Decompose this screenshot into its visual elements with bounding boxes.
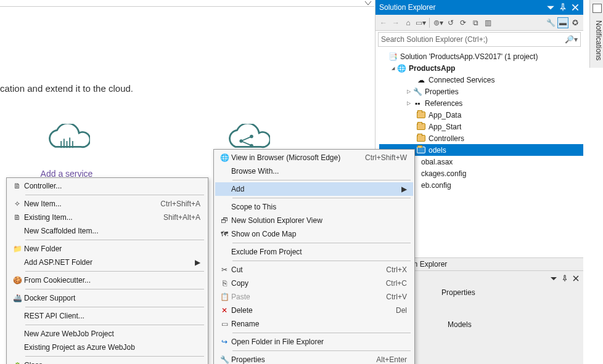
- pin-icon[interactable]: [559, 3, 567, 12]
- existing-item-icon: 🗎: [10, 212, 24, 222]
- menu-scope[interactable]: Scope to This: [215, 200, 413, 214]
- rename-icon: ▭: [218, 319, 231, 329]
- view-class-diagram-icon[interactable]: ✪: [570, 17, 581, 28]
- svg-line-8: [241, 137, 252, 141]
- menu-docker[interactable]: 🚢Docker Support: [8, 291, 207, 305]
- menu-rename[interactable]: ▭Rename: [215, 317, 413, 331]
- welcome-text-fragment: cation and extend it to the cloud.: [0, 83, 133, 94]
- home-icon[interactable]: ⌂: [403, 17, 414, 28]
- properties-label: Properties: [425, 87, 459, 96]
- menu-paste: 📋PasteCtrl+V: [215, 290, 413, 304]
- docker-icon: 🚢: [10, 293, 24, 303]
- menu-delete[interactable]: ✕DeleteDel: [215, 304, 413, 317]
- search-icon[interactable]: 🔎▾: [565, 35, 578, 44]
- forward-icon[interactable]: →: [390, 17, 401, 28]
- solution-explorer-toolbar: ← → ⌂ ▭▾ ⊚▾ ↺ ⟳ ⧉ ▥ 🔧 ▬ ✪: [375, 15, 583, 31]
- appdata-folder[interactable]: App_Data: [379, 109, 583, 121]
- menu-new-item[interactable]: ✧New Item...Ctrl+Shift+A: [8, 197, 207, 211]
- menu-scaffold[interactable]: New Scaffolded Item...: [8, 224, 207, 238]
- refresh-icon[interactable]: ⟳: [457, 17, 469, 28]
- solution-explorer-title: Solution Explorer: [379, 3, 435, 12]
- new-window-icon: 🗗: [218, 216, 231, 225]
- delete-icon: ✕: [218, 305, 231, 315]
- editor-dropdown-chevron[interactable]: [364, 0, 372, 6]
- menu-separator: [232, 261, 411, 261]
- appstart-folder[interactable]: App_Start: [379, 121, 583, 132]
- menu-browse-with[interactable]: Browse With...: [215, 164, 413, 178]
- connected-services-node[interactable]: ☁Connected Services: [379, 74, 583, 86]
- wrench-icon: 🔧: [218, 355, 231, 364]
- collapse-all-icon[interactable]: ⧉: [470, 17, 481, 28]
- solution-label: Solution 'ProductsApp.VS2017' (1 project…: [400, 52, 538, 61]
- menu-separator: [232, 198, 411, 198]
- open-folder-icon: ↪: [218, 337, 231, 347]
- menu-view-in-browser[interactable]: 🌐View in Browser (Microsoft Edge)Ctrl+Sh…: [215, 151, 413, 164]
- menu-exclude[interactable]: Exclude From Project: [215, 245, 413, 259]
- class-icon: ⚙: [10, 360, 24, 364]
- menu-separator: [232, 350, 411, 351]
- menu-separator: [25, 271, 204, 272]
- menu-separator: [232, 333, 411, 333]
- connected-services-label: Connected Services: [429, 76, 494, 84]
- menu-aspnet-folder[interactable]: Add ASP.NET Folder▶: [8, 256, 207, 269]
- preview-selected-icon[interactable]: ▬: [557, 17, 568, 28]
- project-label: ProductsApp: [409, 64, 455, 73]
- map-icon: 🗺: [218, 229, 231, 239]
- menu-cut[interactable]: ✂CutCtrl+X: [215, 263, 413, 277]
- search-placeholder: Search Solution Explorer (Ctrl+;): [381, 35, 488, 44]
- menu-existing-webjob[interactable]: Existing Project as Azure WebJob: [8, 341, 207, 354]
- add-service-card[interactable]: Add a service: [11, 124, 122, 179]
- menu-copy[interactable]: ⎘CopyCtrl+C: [215, 277, 413, 290]
- properties-icon[interactable]: 🔧: [545, 17, 556, 28]
- context-menu-add: 🗎Controller... ✧New Item...Ctrl+Shift+A …: [6, 177, 208, 364]
- appdata-label: App_Data: [429, 111, 461, 119]
- show-all-files-icon[interactable]: ▥: [482, 17, 493, 28]
- back-icon[interactable]: ←: [378, 17, 389, 28]
- cloud-bars-icon: [44, 124, 90, 158]
- menu-properties[interactable]: 🔧PropertiesAlt+Enter: [215, 353, 413, 364]
- sync-views-icon[interactable]: ▭▾: [415, 17, 426, 28]
- close-icon[interactable]: [572, 275, 580, 282]
- solution-node[interactable]: 📑Solution 'ProductsApp.VS2017' (1 projec…: [379, 51, 583, 62]
- controllers-folder[interactable]: Controllers: [379, 132, 583, 144]
- menu-new-se-view[interactable]: 🗗New Solution Explorer View: [215, 214, 413, 227]
- close-icon[interactable]: [571, 3, 580, 12]
- menu-separator: [232, 243, 411, 243]
- solution-explorer-search[interactable]: Search Solution Explorer (Ctrl+;) 🔎▾: [378, 32, 581, 47]
- notifications-tab[interactable]: Notifications: [589, 0, 603, 68]
- menu-open-folder[interactable]: ↪Open Folder in File Explorer: [215, 335, 413, 349]
- solution-explorer-titlebar[interactable]: Solution Explorer: [375, 0, 583, 15]
- menu-separator: [232, 180, 411, 180]
- menu-separator: [25, 356, 204, 357]
- prop-value: Models: [448, 320, 472, 329]
- filter-icon[interactable]: ⊚▾: [433, 17, 444, 28]
- context-menu-main: 🌐View in Browser (Microsoft Edge)Ctrl+Sh…: [213, 149, 415, 364]
- references-label: References: [425, 99, 462, 108]
- project-node[interactable]: 🌐ProductsApp: [379, 62, 583, 74]
- web-config-label: eb.config: [421, 181, 451, 190]
- pending-changes-icon[interactable]: ↺: [445, 17, 456, 28]
- menu-new-folder[interactable]: 📁New Folder: [8, 242, 207, 256]
- menu-webjob[interactable]: New Azure WebJob Project: [8, 327, 207, 341]
- submenu-arrow-icon: ▶: [194, 258, 200, 267]
- menu-existing-item[interactable]: 🗎Existing Item...Shift+Alt+A: [8, 211, 207, 224]
- menu-add[interactable]: Add▶: [215, 182, 413, 196]
- controllers-label: Controllers: [429, 134, 464, 143]
- menu-cookiecutter[interactable]: 🍪From Cookiecutter...: [8, 273, 207, 287]
- menu-rest-api[interactable]: REST API Client...: [8, 309, 207, 323]
- new-item-icon: ✧: [10, 199, 24, 209]
- window-menu-icon[interactable]: [550, 275, 557, 282]
- menu-separator: [25, 195, 204, 195]
- menu-controller[interactable]: 🗎Controller...: [8, 179, 207, 193]
- copy-icon: ⎘: [218, 278, 231, 288]
- menu-code-map[interactable]: 🗺Show on Code Map: [215, 227, 413, 241]
- window-menu-icon[interactable]: [546, 3, 555, 12]
- pin-icon[interactable]: [561, 275, 568, 282]
- properties-node[interactable]: 🔧Properties: [379, 86, 583, 97]
- models-label: odels: [429, 146, 446, 155]
- menu-class[interactable]: ⚙Class...: [8, 358, 207, 364]
- svg-line-9: [241, 141, 252, 145]
- references-node[interactable]: ▪▪References: [379, 97, 583, 109]
- scissors-icon: ✂: [218, 265, 231, 275]
- global-asax-label: obal.asax: [421, 158, 453, 166]
